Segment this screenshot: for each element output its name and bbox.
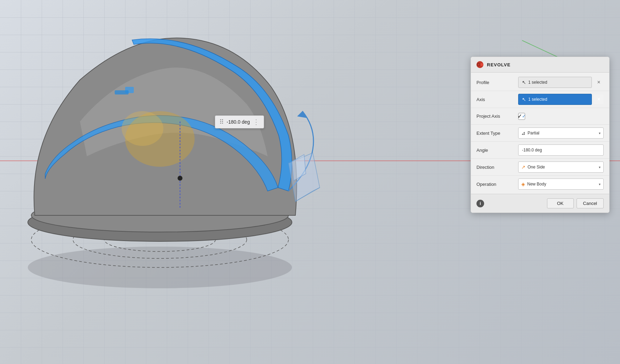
grid-line [438, 0, 438, 364]
extent-type-icon: ⊿ [521, 130, 525, 136]
ok-button[interactable]: OK [547, 198, 574, 208]
operation-row: Operation ◈ New Body ▾ [471, 176, 609, 192]
profile-control: ↖ 1 selected × [518, 77, 604, 88]
grid-line [354, 0, 355, 364]
grid-line [334, 0, 334, 364]
project-axis-control: ✓ [518, 113, 604, 120]
cursor-icon-axis: ↖ [522, 97, 526, 102]
axis-label: Axis [476, 97, 518, 102]
profile-select-button[interactable]: ↖ 1 selected [518, 77, 592, 88]
svg-point-11 [178, 176, 182, 181]
extent-type-label: Extent Type [476, 131, 518, 136]
angle-row: Angle [471, 142, 609, 159]
cancel-button[interactable]: Cancel [577, 198, 604, 208]
grid-line [375, 0, 376, 364]
grid-line [0, 330, 620, 330]
profile-label: Profile [476, 80, 518, 85]
operation-arrow-icon: ▾ [599, 182, 601, 186]
axis-clear-button[interactable]: × [594, 94, 604, 104]
cursor-icon: ↖ [522, 80, 526, 85]
panel-title: REVOLVE [487, 62, 511, 67]
extent-type-arrow-icon: ▾ [599, 131, 601, 135]
axis-row: Axis ↖ 1 selected × [471, 91, 609, 108]
angle-control [518, 144, 604, 156]
extent-type-dropdown[interactable]: ⊿ Partial ▾ [518, 127, 604, 139]
drag-handle-icon: ⠿ [219, 118, 224, 126]
info-button[interactable]: i [476, 200, 484, 207]
angle-label: Angle [476, 148, 518, 153]
checkmark-icon: ✓ [517, 113, 522, 119]
extent-type-row: Extent Type ⊿ Partial ▾ [471, 125, 609, 142]
panel-header-icon [476, 61, 483, 68]
direction-row: Direction ↗ One Side ▾ [471, 159, 609, 176]
angle-tooltip: ⠿ -180.0 deg ⋮ [215, 115, 264, 129]
svg-rect-9 [115, 90, 129, 94]
direction-label: Direction [476, 165, 518, 170]
info-icon-label: i [480, 201, 481, 206]
panel-header: REVOLVE [471, 57, 609, 73]
angle-input[interactable] [518, 144, 604, 156]
operation-value: New Body [527, 182, 597, 187]
svg-point-7 [122, 111, 163, 146]
direction-icon: ↗ [521, 164, 525, 170]
grid-line [459, 0, 459, 364]
project-axis-checkbox[interactable]: ✓ [518, 113, 525, 120]
panel-body: Profile ↖ 1 selected × Axis ↖ 1 selected… [471, 73, 609, 194]
footer-buttons: OK Cancel [547, 198, 604, 208]
operation-dropdown[interactable]: ◈ New Body ▾ [518, 179, 604, 190]
revolve-panel: REVOLVE Profile ↖ 1 selected × Axis ↖ 1 … [471, 57, 610, 213]
axis-select-button[interactable]: ↖ 1 selected [518, 94, 592, 105]
grid-line [417, 0, 417, 364]
extent-type-control: ⊿ Partial ▾ [518, 127, 604, 139]
direction-value: One Side [528, 165, 597, 169]
axis-control: ↖ 1 selected × [518, 94, 604, 105]
new-body-icon: ◈ [521, 181, 525, 187]
tooltip-menu-icon[interactable]: ⋮ [253, 118, 260, 126]
angle-value: -180.0 deg [227, 119, 250, 125]
grid-line [0, 347, 620, 348]
direction-control: ↗ One Side ▾ [518, 162, 604, 173]
extent-type-value: Partial [528, 131, 597, 135]
svg-marker-12 [297, 111, 308, 118]
profile-select-text: 1 selected [528, 80, 547, 85]
operation-label: Operation [476, 182, 518, 187]
grid-line [0, 295, 620, 296]
direction-arrow-icon: ▾ [599, 165, 601, 169]
grid-line [396, 0, 397, 364]
helmet-3d-model [10, 17, 323, 295]
grid-line [0, 313, 620, 313]
panel-footer: i OK Cancel [471, 194, 609, 213]
profile-row: Profile ↖ 1 selected × [471, 74, 609, 91]
project-axis-row: Project Axis ✓ [471, 108, 609, 125]
operation-control: ◈ New Body ▾ [518, 179, 604, 190]
profile-clear-button[interactable]: × [594, 77, 604, 87]
axis-select-text: 1 selected [528, 97, 547, 102]
direction-dropdown[interactable]: ↗ One Side ▾ [518, 162, 604, 173]
project-axis-checkbox-wrap: ✓ [518, 113, 525, 120]
project-axis-label: Project Axis [476, 114, 518, 119]
svg-point-0 [28, 247, 292, 288]
